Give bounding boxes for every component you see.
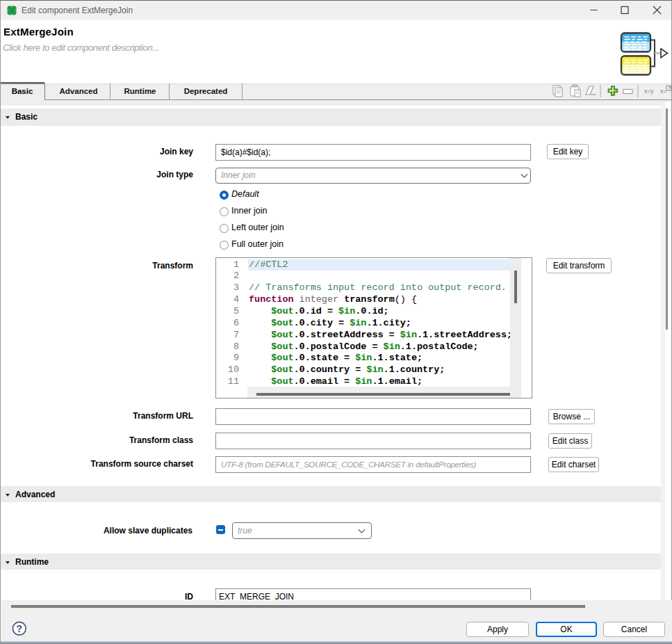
svg-text:x=: x= bbox=[660, 88, 666, 95]
svg-text:x=y: x=y bbox=[644, 88, 654, 95]
svg-text:?: ? bbox=[16, 623, 22, 634]
